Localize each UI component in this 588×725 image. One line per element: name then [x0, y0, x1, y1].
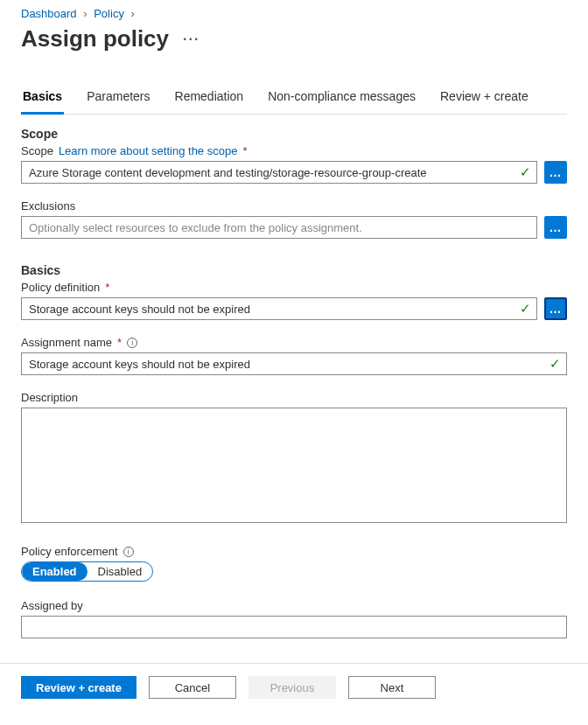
- assigned-by-label: Assigned by: [21, 599, 567, 612]
- tab-remediation[interactable]: Remediation: [173, 84, 246, 115]
- scope-heading: Scope: [21, 127, 567, 141]
- breadcrumb-policy[interactable]: Policy: [94, 7, 124, 20]
- scope-picker-button[interactable]: …: [544, 161, 567, 184]
- ellipsis-icon: …: [550, 302, 563, 316]
- scope-input[interactable]: Azure Storage content development and te…: [21, 161, 537, 184]
- more-actions-icon[interactable]: ···: [183, 31, 200, 47]
- chevron-right-icon: ›: [83, 7, 87, 20]
- tab-parameters[interactable]: Parameters: [85, 84, 151, 115]
- policy-def-label: Policy definition: [21, 281, 100, 294]
- check-icon: ✓: [520, 301, 531, 317]
- breadcrumb-dashboard[interactable]: Dashboard: [21, 7, 77, 20]
- description-input[interactable]: [21, 408, 567, 523]
- exclusions-picker-button[interactable]: …: [544, 216, 567, 239]
- scope-value: Azure Storage content development and te…: [29, 166, 427, 179]
- info-icon[interactable]: i: [127, 338, 137, 348]
- required-icon: *: [105, 281, 109, 294]
- exclusions-label: Exclusions: [21, 199, 567, 213]
- policy-def-picker-button[interactable]: …: [544, 297, 567, 320]
- ellipsis-icon: …: [550, 220, 563, 234]
- enforcement-toggle[interactable]: Enabled Disabled: [21, 561, 153, 582]
- ellipsis-icon: …: [550, 165, 563, 179]
- scope-label-row: Scope Learn more about setting the scope…: [21, 144, 567, 157]
- previous-button: Previous: [248, 676, 336, 699]
- info-icon[interactable]: i: [123, 547, 134, 557]
- cancel-button[interactable]: Cancel: [149, 676, 236, 699]
- breadcrumb: Dashboard › Policy ›: [21, 7, 567, 20]
- enforcement-disabled[interactable]: Disabled: [88, 562, 153, 581]
- tabs: Basics Parameters Remediation Non-compli…: [21, 84, 567, 115]
- policy-def-label-row: Policy definition *: [21, 281, 567, 294]
- review-create-button[interactable]: Review + create: [21, 676, 136, 699]
- check-icon: ✓: [550, 356, 561, 372]
- assignment-label-row: Assignment name * i: [21, 336, 567, 349]
- enforcement-enabled[interactable]: Enabled: [22, 562, 88, 581]
- assignment-value: Storage account keys should not be expir…: [29, 358, 250, 371]
- required-icon: *: [117, 336, 122, 349]
- exclusions-placeholder: Optionally select resources to exclude f…: [29, 221, 362, 234]
- scope-label: Scope: [21, 144, 53, 157]
- scope-learn-link[interactable]: Learn more about setting the scope: [59, 144, 238, 157]
- assignment-input[interactable]: Storage account keys should not be expir…: [21, 352, 567, 375]
- footer: Review + create Cancel Previous Next: [0, 663, 588, 711]
- assigned-by-input[interactable]: [21, 616, 567, 638]
- check-icon: ✓: [520, 164, 531, 180]
- tab-basics[interactable]: Basics: [21, 84, 64, 115]
- page-title: Assign policy ···: [21, 25, 567, 52]
- next-button[interactable]: Next: [348, 676, 436, 699]
- policy-def-value: Storage account keys should not be expir…: [29, 303, 250, 316]
- enforcement-label: Policy enforcement: [21, 545, 118, 558]
- page-title-text: Assign policy: [21, 25, 169, 52]
- policy-def-input[interactable]: Storage account keys should not be expir…: [21, 297, 537, 320]
- assignment-label: Assignment name: [21, 336, 112, 349]
- exclusions-input[interactable]: Optionally select resources to exclude f…: [21, 216, 537, 239]
- basics-heading: Basics: [21, 263, 567, 277]
- chevron-right-icon: ›: [131, 7, 135, 20]
- required-icon: *: [242, 144, 247, 157]
- tab-noncompliance[interactable]: Non-compliance messages: [266, 84, 417, 115]
- enforcement-label-row: Policy enforcement i: [21, 545, 567, 558]
- description-label: Description: [21, 391, 567, 404]
- tab-review[interactable]: Review + create: [438, 84, 530, 115]
